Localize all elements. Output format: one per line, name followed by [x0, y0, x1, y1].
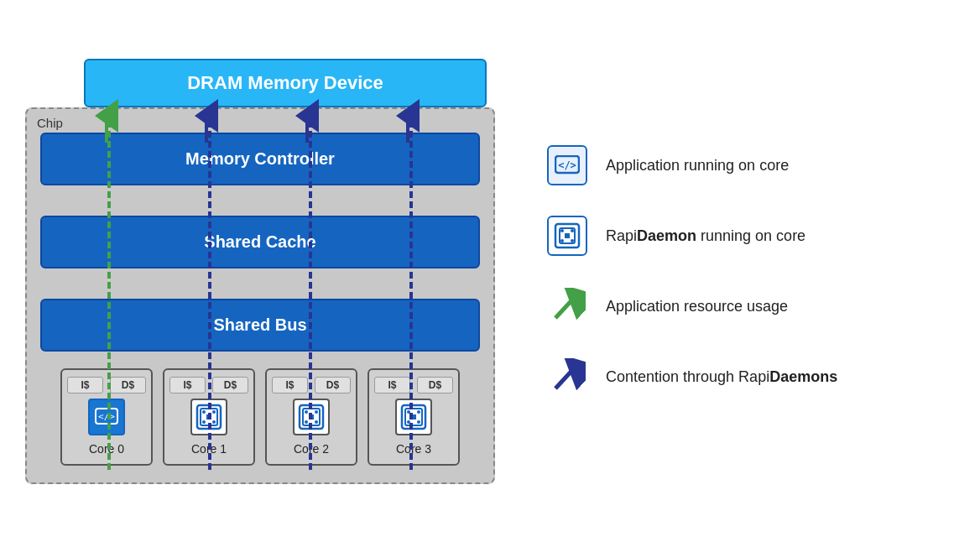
core-icon-1 [190, 399, 227, 435]
svg-point-9 [212, 410, 216, 414]
app-svg-icon-0: </> [95, 408, 118, 426]
svg-point-25 [417, 420, 420, 424]
cache-row-1: I$ D$ [169, 377, 248, 393]
daemon-running-icon [547, 216, 587, 256]
core-name-3: Core 3 [396, 442, 431, 456]
legend-app-text: Application running on core [606, 157, 789, 175]
shared-bus-block: Shared Bus [40, 299, 480, 352]
memory-controller-label: Memory Controller [185, 149, 335, 168]
shared-cache-label: Shared Cache [204, 232, 315, 251]
dram-label: DRAM Memory Device [187, 72, 383, 93]
svg-point-15 [305, 410, 308, 414]
chip-label: Chip [37, 116, 63, 130]
cores-row: I$ D$ </> Core 0 I$ D$ [40, 368, 480, 466]
core-icon-3 [395, 399, 432, 435]
core-box-3: I$ D$ Core 3 [368, 368, 460, 466]
legend-item-green-arrow: Application resource usage [545, 284, 955, 328]
legend-daemon-icon-box [545, 214, 589, 258]
d-cache-0: D$ [110, 377, 146, 393]
cache-row-3: I$ D$ [374, 377, 453, 393]
shared-cache-block: Shared Cache [40, 216, 480, 268]
d-cache-3: D$ [417, 377, 453, 393]
svg-rect-41 [565, 233, 570, 238]
core-name-1: Core 1 [191, 442, 227, 456]
main-container: DRAM Memory Device Chip Memory Control [0, 0, 980, 542]
daemon-svg-icon-3 [400, 404, 427, 430]
chip-container: Chip Memory Controller [25, 107, 495, 484]
cache-row-2: I$ D$ [272, 377, 351, 393]
svg-line-45 [555, 367, 576, 388]
core-icon-0: </> [88, 399, 125, 435]
svg-point-38 [571, 229, 574, 232]
svg-point-37 [560, 229, 564, 232]
legend-app-resource-text: Application resource usage [606, 298, 788, 315]
blue-arrow-icon [549, 358, 586, 395]
svg-point-17 [305, 420, 308, 424]
legend-daemon-text: RapiDaemon running on core [606, 227, 805, 245]
svg-point-22 [407, 410, 410, 414]
memory-controller-block: Memory Controller [40, 133, 480, 185]
svg-point-18 [315, 420, 318, 424]
svg-point-16 [315, 410, 318, 414]
svg-rect-12 [206, 414, 211, 420]
legend: </> Application running on core [529, 143, 955, 399]
core-name-0: Core 0 [89, 442, 124, 456]
svg-point-8 [202, 410, 206, 414]
i-cache-3: I$ [374, 377, 410, 393]
legend-item-blue-arrow: Contention through RapiDaemons [545, 355, 955, 399]
svg-point-11 [212, 420, 216, 424]
core-name-2: Core 2 [294, 442, 329, 456]
dram-box: DRAM Memory Device [84, 59, 487, 107]
core-icon-2 [293, 399, 330, 435]
legend-app-icon-box: </> [545, 143, 589, 187]
svg-point-10 [202, 420, 206, 424]
svg-point-23 [417, 410, 420, 414]
svg-text:</>: </> [98, 411, 115, 422]
cache-row-0: I$ D$ [67, 377, 146, 393]
svg-rect-19 [309, 414, 314, 420]
legend-contention-text: Contention through RapiDaemons [606, 368, 837, 386]
i-cache-0: I$ [67, 377, 103, 393]
daemon-svg-icon-2 [298, 404, 325, 430]
core-box-0: I$ D$ </> Core 0 [60, 368, 153, 466]
d-cache-1: D$ [212, 377, 248, 393]
legend-green-arrow-box [545, 284, 589, 328]
shared-bus-label: Shared Bus [213, 315, 306, 334]
svg-line-43 [555, 296, 576, 318]
legend-blue-arrow-box [545, 355, 589, 399]
daemon-svg-icon-1 [195, 404, 222, 430]
core-box-2: I$ D$ Core 2 [265, 368, 357, 466]
svg-point-24 [407, 420, 410, 424]
chip-diagram: DRAM Memory Device Chip Memory Control [25, 59, 495, 484]
legend-item-app: </> Application running on core [545, 143, 955, 187]
svg-text:</>: </> [558, 159, 576, 171]
legend-item-daemon: RapiDaemon running on core [545, 214, 955, 258]
svg-point-40 [571, 239, 574, 242]
daemon-chip-icon [553, 221, 581, 250]
green-arrow-icon [549, 288, 586, 325]
d-cache-2: D$ [315, 377, 351, 393]
core-box-1: I$ D$ Core 1 [163, 368, 255, 466]
app-running-icon: </> [547, 145, 587, 185]
svg-rect-26 [411, 414, 416, 420]
i-cache-1: I$ [169, 377, 206, 393]
app-code-icon: </> [555, 155, 580, 175]
i-cache-2: I$ [272, 377, 308, 393]
svg-point-39 [560, 239, 564, 242]
